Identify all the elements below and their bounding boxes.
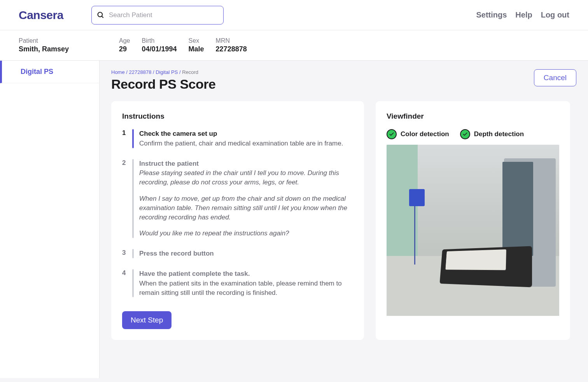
step-number: 2 bbox=[122, 159, 127, 238]
page-header: Home / 22728878 / Digital PS / Record Re… bbox=[111, 69, 576, 92]
step-title: Have the patient complete the task. bbox=[139, 269, 353, 279]
patient-sex-field: Sex Male bbox=[189, 37, 204, 53]
step-divider bbox=[132, 269, 134, 297]
patient-info-bar: Patient Smith, Ramsey Age 29 Birth 04/01… bbox=[0, 30, 588, 61]
detection-status: Color detection Depth detection bbox=[387, 129, 559, 139]
step-content: Check the camera set up Confirm the pati… bbox=[139, 129, 353, 148]
camera-viewfinder bbox=[387, 145, 559, 316]
viewfinder-title: Viewfinder bbox=[387, 112, 559, 121]
page-header-left: Home / 22728878 / Digital PS / Record Re… bbox=[111, 69, 215, 92]
help-link[interactable]: Help bbox=[515, 11, 532, 19]
patient-birth-field: Birth 04/01/1994 bbox=[142, 37, 177, 53]
step-number: 3 bbox=[122, 249, 127, 258]
step-title: Press the record button bbox=[139, 249, 353, 258]
breadcrumb-sep: / bbox=[125, 69, 129, 75]
step-desc-p2: When I say to move, get up from the chai… bbox=[139, 194, 353, 222]
instruction-step-1: 1 Check the camera set up Confirm the pa… bbox=[122, 129, 353, 148]
depth-detection-label: Depth detection bbox=[474, 130, 524, 138]
svg-point-0 bbox=[98, 12, 102, 17]
depth-detection-status: Depth detection bbox=[460, 129, 524, 139]
patient-name-label: Patient bbox=[19, 37, 91, 44]
main-container: Digital PS Home / 22728878 / Digital PS … bbox=[0, 61, 588, 378]
patient-name-field: Patient Smith, Ramsey bbox=[19, 37, 91, 53]
svg-line-1 bbox=[102, 16, 103, 18]
scene-cabinet-door bbox=[502, 162, 534, 256]
breadcrumb-sep: / bbox=[178, 69, 182, 75]
step-divider bbox=[132, 249, 134, 258]
instructions-title: Instructions bbox=[122, 112, 353, 121]
step-title: Instruct the patient bbox=[139, 159, 353, 168]
patient-mrn-value: 22728878 bbox=[216, 45, 247, 53]
content-area: Home / 22728878 / Digital PS / Record Re… bbox=[100, 61, 588, 378]
patient-birth-value: 04/01/1994 bbox=[142, 45, 177, 53]
sidebar: Digital PS bbox=[0, 61, 100, 378]
patient-mrn-field: MRN 22728878 bbox=[216, 37, 247, 53]
step-desc-p1: Please staying seated in the chair until… bbox=[139, 168, 353, 187]
patient-sex-value: Male bbox=[189, 45, 204, 53]
instruction-step-4: 4 Have the patient complete the task. Wh… bbox=[122, 269, 353, 297]
app-header: Cansera Settings Help Log out bbox=[0, 0, 588, 30]
patient-age-value: 29 bbox=[119, 45, 130, 53]
breadcrumb: Home / 22728878 / Digital PS / Record bbox=[111, 69, 215, 75]
viewfinder-card: Viewfinder Color detection Depth detecti… bbox=[376, 101, 570, 340]
color-detection-label: Color detection bbox=[401, 130, 449, 138]
logout-link[interactable]: Log out bbox=[541, 11, 569, 19]
instruction-step-3: 3 Press the record button bbox=[122, 249, 353, 258]
patient-name-value: Smith, Ramsey bbox=[19, 45, 91, 53]
scene-monitor bbox=[409, 189, 425, 206]
step-divider-active bbox=[132, 129, 134, 148]
cancel-button[interactable]: Cancel bbox=[534, 69, 576, 86]
sidebar-item-digital-ps[interactable]: Digital PS bbox=[0, 61, 99, 83]
search-icon bbox=[97, 11, 105, 19]
step-number: 1 bbox=[122, 129, 127, 148]
search-input[interactable] bbox=[91, 6, 224, 25]
page-title: Record PS Score bbox=[111, 77, 215, 92]
step-desc: When the patient sits in the examination… bbox=[139, 279, 353, 298]
settings-link[interactable]: Settings bbox=[476, 11, 507, 19]
breadcrumb-current: Record bbox=[182, 69, 198, 75]
step-content: Press the record button bbox=[139, 249, 353, 258]
breadcrumb-sep: / bbox=[151, 69, 156, 75]
instruction-step-2: 2 Instruct the patient Please staying se… bbox=[122, 159, 353, 238]
step-number: 4 bbox=[122, 269, 127, 297]
patient-sex-label: Sex bbox=[189, 37, 204, 44]
patient-birth-label: Birth bbox=[142, 37, 177, 44]
next-step-button[interactable]: Next Step bbox=[122, 311, 172, 329]
patient-age-label: Age bbox=[119, 37, 130, 44]
scene-exam-table bbox=[440, 246, 532, 287]
check-icon bbox=[460, 129, 470, 139]
cards-container: Instructions 1 Check the camera set up C… bbox=[111, 101, 576, 340]
step-content: Instruct the patient Please staying seat… bbox=[139, 159, 353, 238]
header-nav: Settings Help Log out bbox=[476, 11, 569, 19]
patient-mrn-label: MRN bbox=[216, 37, 247, 44]
patient-fields-group: Age 29 Birth 04/01/1994 Sex Male MRN 227… bbox=[119, 37, 247, 53]
patient-age-field: Age 29 bbox=[119, 37, 130, 53]
step-divider bbox=[132, 159, 134, 238]
step-title: Check the camera set up bbox=[139, 129, 353, 138]
color-detection-status: Color detection bbox=[387, 129, 449, 139]
step-content: Have the patient complete the task. When… bbox=[139, 269, 353, 297]
breadcrumb-section[interactable]: Digital PS bbox=[156, 69, 178, 75]
step-desc: Confirm the patient, chair and medical e… bbox=[139, 139, 353, 148]
search-container bbox=[91, 6, 224, 25]
scene-exam-table-pad bbox=[445, 249, 506, 270]
breadcrumb-home[interactable]: Home bbox=[111, 69, 125, 75]
breadcrumb-mrn[interactable]: 22728878 bbox=[129, 69, 152, 75]
instructions-card: Instructions 1 Check the camera set up C… bbox=[111, 101, 364, 340]
step-desc-p3: Would you like me to repeat the instruct… bbox=[139, 229, 353, 238]
scene-monitor-stand bbox=[414, 196, 415, 265]
check-icon bbox=[387, 129, 397, 139]
step-desc: Please staying seated in the chair until… bbox=[139, 168, 353, 238]
brand-logo[interactable]: Cansera bbox=[19, 9, 63, 22]
